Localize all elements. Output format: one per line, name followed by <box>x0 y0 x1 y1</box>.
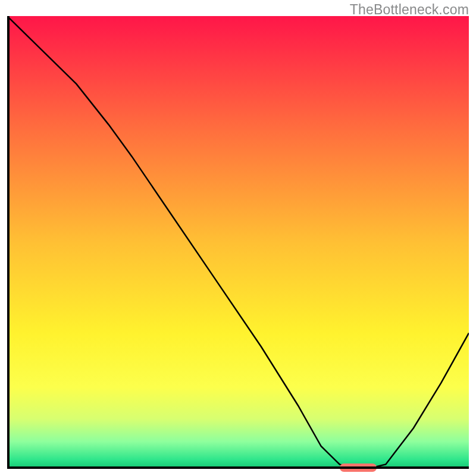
bottleneck-chart: TheBottleneck.com <box>0 0 476 476</box>
plot-area <box>7 16 469 469</box>
svg-rect-0 <box>7 16 469 469</box>
gradient-background <box>7 16 469 469</box>
optimal-range-marker <box>340 464 377 472</box>
watermark-text: TheBottleneck.com <box>350 2 469 18</box>
